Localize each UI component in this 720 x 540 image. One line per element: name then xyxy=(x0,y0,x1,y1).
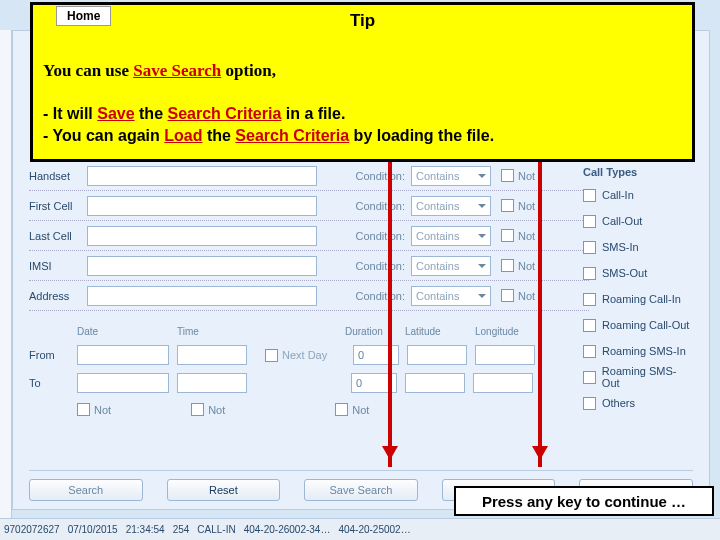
date-headers: Date Time Duration Latitude Longitude xyxy=(29,326,569,337)
tip-title: Tip xyxy=(43,11,682,31)
tip-line2: - It will Save the Search Criteria in a … xyxy=(43,103,682,146)
hdr-duration: Duration xyxy=(345,326,405,337)
checkbox-icon xyxy=(501,289,514,302)
duration-from-input[interactable]: 0 xyxy=(353,345,399,365)
imsi-cond-select[interactable]: Contains xyxy=(411,256,491,276)
field-imsi: IMSI Condition: Contains Not xyxy=(29,251,589,281)
checkbox-icon xyxy=(77,403,90,416)
date-section: Date Time Duration Latitude Longitude Fr… xyxy=(29,326,569,416)
hdr-lat: Latitude xyxy=(405,326,475,337)
checkbox-icon xyxy=(335,403,348,416)
callout-arrow-icon xyxy=(388,162,392,467)
checkbox-icon xyxy=(583,319,596,332)
firstcell-label: First Cell xyxy=(29,200,87,212)
lastcell-cond-select[interactable]: Contains xyxy=(411,226,491,246)
status-type: CALL-IN xyxy=(197,524,235,535)
firstcell-cond-select[interactable]: Contains xyxy=(411,196,491,216)
lon-to-input[interactable] xyxy=(473,373,533,393)
duration-not-checkbox[interactable]: Not xyxy=(335,403,369,416)
field-address: Address Condition: Contains Not xyxy=(29,281,589,311)
status-bar: 9702072627 07/10/2015 21:34:54 254 CALL-… xyxy=(0,518,720,540)
ct-roaming-sms-in[interactable]: Roaming SMS-In xyxy=(583,338,693,364)
handset-label: Handset xyxy=(29,170,87,182)
reset-button[interactable]: Reset xyxy=(167,479,281,501)
from-time-input[interactable] xyxy=(177,345,247,365)
home-tab[interactable]: Home xyxy=(56,6,111,26)
from-nextday-checkbox[interactable]: Next Day xyxy=(265,349,345,362)
checkbox-icon xyxy=(583,215,596,228)
save-search-button[interactable]: Save Search xyxy=(304,479,418,501)
criteria-fields: Handset Condition: Contains Not First Ce… xyxy=(29,161,589,311)
checkbox-icon xyxy=(583,345,596,358)
search-button[interactable]: Search xyxy=(29,479,143,501)
ct-call-in[interactable]: Call-In xyxy=(583,182,693,208)
ct-sms-out[interactable]: SMS-Out xyxy=(583,260,693,286)
status-cell1: 404-20-26002-34… xyxy=(244,524,331,535)
date-not-checkbox[interactable]: Not xyxy=(77,403,111,416)
checkbox-icon xyxy=(583,397,596,410)
field-lastcell: Last Cell Condition: Contains Not xyxy=(29,221,589,251)
ct-roaming-call-in[interactable]: Roaming Call-In xyxy=(583,286,693,312)
from-label: From xyxy=(29,349,69,361)
checkbox-icon xyxy=(583,267,596,280)
firstcell-cond-label: Condition: xyxy=(335,200,405,212)
status-cell2: 404-20-25002… xyxy=(338,524,410,535)
address-cond-label: Condition: xyxy=(335,290,405,302)
handset-not-checkbox[interactable]: Not xyxy=(501,169,535,182)
checkbox-icon xyxy=(191,403,204,416)
left-panel-edge xyxy=(0,30,12,518)
tip-callout: Tip You can use Save Search option, - It… xyxy=(30,2,695,162)
checkbox-icon xyxy=(583,241,596,254)
handset-cond-select[interactable]: Contains xyxy=(411,166,491,186)
checkbox-icon xyxy=(501,169,514,182)
tip-line1: You can use Save Search option, xyxy=(43,61,682,81)
firstcell-input[interactable] xyxy=(87,196,317,216)
ct-call-out[interactable]: Call-Out xyxy=(583,208,693,234)
from-row: From Next Day 0 xyxy=(29,341,569,369)
imsi-not-checkbox[interactable]: Not xyxy=(501,259,535,272)
lastcell-label: Last Cell xyxy=(29,230,87,242)
lastcell-input[interactable] xyxy=(87,226,317,246)
address-cond-select[interactable]: Contains xyxy=(411,286,491,306)
call-types-panel: Call Types Call-In Call-Out SMS-In SMS-O… xyxy=(583,166,693,416)
hdr-date: Date xyxy=(77,326,177,337)
checkbox-icon xyxy=(583,293,596,306)
time-not-checkbox[interactable]: Not xyxy=(191,403,225,416)
lon-from-input[interactable] xyxy=(475,345,535,365)
imsi-label: IMSI xyxy=(29,260,87,272)
continue-prompt: Press any key to continue … xyxy=(454,486,714,516)
not-row: Not Not Not xyxy=(29,403,569,416)
handset-input[interactable] xyxy=(87,166,317,186)
ct-roaming-sms-out[interactable]: Roaming SMS-Out xyxy=(583,364,693,390)
lastcell-not-checkbox[interactable]: Not xyxy=(501,229,535,242)
to-time-input[interactable] xyxy=(177,373,247,393)
status-phone: 9702072627 xyxy=(4,524,60,535)
to-date-input[interactable] xyxy=(77,373,169,393)
checkbox-icon xyxy=(583,371,596,384)
from-date-input[interactable] xyxy=(77,345,169,365)
to-row: To 0 xyxy=(29,369,569,397)
handset-cond-label: Condition: xyxy=(335,170,405,182)
address-input[interactable] xyxy=(87,286,317,306)
lat-from-input[interactable] xyxy=(407,345,467,365)
status-dur: 254 xyxy=(173,524,190,535)
hdr-lon: Longitude xyxy=(475,326,545,337)
status-time: 21:34:54 xyxy=(126,524,165,535)
callout-arrow-icon xyxy=(538,162,542,467)
ct-others[interactable]: Others xyxy=(583,390,693,416)
lat-to-input[interactable] xyxy=(405,373,465,393)
address-not-checkbox[interactable]: Not xyxy=(501,289,535,302)
ct-roaming-call-out[interactable]: Roaming Call-Out xyxy=(583,312,693,338)
checkbox-icon xyxy=(265,349,278,362)
firstcell-not-checkbox[interactable]: Not xyxy=(501,199,535,212)
address-label: Address xyxy=(29,290,87,302)
status-date: 07/10/2015 xyxy=(68,524,118,535)
imsi-input[interactable] xyxy=(87,256,317,276)
field-handset: Handset Condition: Contains Not xyxy=(29,161,589,191)
ct-sms-in[interactable]: SMS-In xyxy=(583,234,693,260)
to-label: To xyxy=(29,377,69,389)
imsi-cond-label: Condition: xyxy=(335,260,405,272)
checkbox-icon xyxy=(501,229,514,242)
call-types-title: Call Types xyxy=(583,166,693,178)
hdr-time: Time xyxy=(177,326,255,337)
